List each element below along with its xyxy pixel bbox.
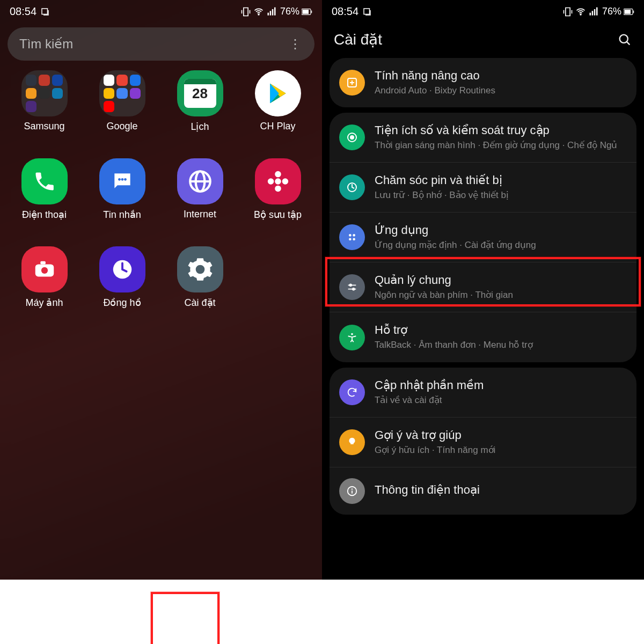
clock-icon <box>99 246 145 292</box>
svg-point-20 <box>41 267 47 274</box>
info-icon <box>339 478 365 504</box>
svg-rect-3 <box>270 11 272 15</box>
app-messages[interactable]: Tin nhắn <box>83 158 161 221</box>
svg-point-41 <box>349 284 352 287</box>
row-subtitle: Ứng dụng mặc định · Cài đặt ứng dụng <box>375 239 536 251</box>
accessibility-icon <box>339 325 365 350</box>
gallery-icon <box>255 158 301 204</box>
row-subtitle: Lưu trữ · Bộ nhớ · Bảo vệ thiết bị <box>375 189 509 201</box>
folder-icon <box>21 70 68 116</box>
row-title: Chăm sóc pin và thiết bị <box>375 173 509 187</box>
row-subtitle: TalkBack · Âm thanh đơn · Menu hỗ trợ <box>375 339 533 351</box>
row-title: Ứng dụng <box>375 223 536 237</box>
app-gallery[interactable]: Bộ sưu tập <box>239 158 317 221</box>
svg-rect-31 <box>633 10 634 13</box>
svg-point-32 <box>620 34 628 42</box>
row-title: Tính năng nâng cao <box>375 69 495 83</box>
svg-point-45 <box>352 488 353 489</box>
image-crop-whitespace <box>0 580 644 644</box>
svg-rect-2 <box>267 12 269 15</box>
row-digital-wellbeing[interactable]: Tiện ích số và kiểm soát truy cập Thời g… <box>330 113 636 162</box>
svg-point-38 <box>353 234 355 237</box>
app-samsung-folder[interactable]: Samsung <box>5 70 83 133</box>
svg-point-40 <box>353 238 355 241</box>
device-care-icon <box>339 174 365 200</box>
home-screen-panel: 08:54 76% Tìm kiếm ⋮ Samsung <box>0 0 322 644</box>
advanced-icon <box>339 70 365 96</box>
row-advanced-features[interactable]: Tính năng nâng cao Android Auto · Bixby … <box>330 58 636 107</box>
app-camera[interactable]: Máy ảnh <box>5 246 83 309</box>
calendar-date: 28 <box>192 85 208 102</box>
row-title: Hỗ trợ <box>375 323 533 337</box>
row-title: Thông tin điện thoại <box>375 483 480 497</box>
camera-icon <box>21 246 68 292</box>
svg-rect-0 <box>42 9 48 14</box>
row-device-care[interactable]: Chăm sóc pin và thiết bị Lưu trữ · Bộ nh… <box>330 162 636 212</box>
svg-point-16 <box>275 186 281 192</box>
app-label: Bộ sưu tập <box>254 209 302 221</box>
settings-group: Tiện ích số và kiểm soát truy cập Thời g… <box>330 113 636 362</box>
screenshot-indicator-icon <box>40 6 50 17</box>
svg-rect-25 <box>589 12 591 15</box>
app-label: Cài đặt <box>184 297 215 309</box>
app-label: Lịch <box>191 121 209 133</box>
svg-point-43 <box>351 333 353 335</box>
settings-panel: 08:54 76% Cài đặt Tính năng <box>322 0 644 644</box>
svg-point-39 <box>349 238 352 241</box>
app-label: Điện thoại <box>22 209 67 221</box>
status-time: 08:54 <box>332 5 358 18</box>
phone-icon <box>21 158 68 204</box>
app-phone[interactable]: Điện thoại <box>5 158 83 221</box>
row-software-update[interactable]: Cập nhật phần mềm Tải về và cài đặt <box>330 368 636 417</box>
row-general-management[interactable]: Quản lý chung Ngôn ngữ và bàn phím · Thờ… <box>330 262 636 312</box>
svg-point-15 <box>275 171 281 178</box>
row-subtitle: Ngôn ngữ và bàn phím · Thời gian <box>375 289 513 301</box>
svg-rect-28 <box>596 7 598 15</box>
search-bar[interactable]: Tìm kiếm ⋮ <box>8 27 314 61</box>
messages-icon <box>99 158 145 204</box>
app-label: Tin nhắn <box>103 209 141 221</box>
row-apps[interactable]: Ứng dụng Ứng dụng mặc định · Cài đặt ứng… <box>330 212 636 262</box>
app-grid: Samsung Google 28 Lịch CH Play <box>0 70 322 309</box>
settings-group: Tính năng nâng cao Android Auto · Bixby … <box>330 58 636 107</box>
vibrate-icon <box>240 6 251 17</box>
battery-icon <box>302 6 312 17</box>
folder-icon <box>99 70 145 116</box>
more-icon[interactable]: ⋮ <box>289 36 303 52</box>
row-about-phone[interactable]: Thông tin điện thoại <box>330 467 636 515</box>
svg-rect-27 <box>594 9 596 16</box>
svg-rect-8 <box>311 10 312 13</box>
signal-icon <box>266 6 277 17</box>
svg-rect-23 <box>364 9 370 14</box>
row-subtitle: Tải về và cài đặt <box>375 394 484 406</box>
svg-point-1 <box>258 14 259 15</box>
wifi-icon <box>253 6 264 17</box>
app-internet[interactable]: Internet <box>161 158 239 221</box>
search-icon[interactable] <box>617 32 632 47</box>
app-settings[interactable]: Cài đặt <box>161 246 239 309</box>
app-google-folder[interactable]: Google <box>83 70 161 133</box>
svg-point-37 <box>349 234 352 237</box>
svg-point-35 <box>350 136 354 139</box>
svg-rect-7 <box>303 10 309 14</box>
status-right: 76% <box>240 6 312 17</box>
app-label: Internet <box>184 209 216 220</box>
app-calendar[interactable]: 28 Lịch <box>161 70 239 133</box>
calendar-icon: 28 <box>177 70 223 116</box>
row-title: Gợi ý và trợ giúp <box>375 428 495 442</box>
svg-rect-5 <box>274 7 276 15</box>
status-right: 76% <box>562 6 634 17</box>
app-clock[interactable]: Đồng hồ <box>83 246 161 309</box>
search-placeholder: Tìm kiếm <box>19 36 73 52</box>
row-accessibility[interactable]: Hỗ trợ TalkBack · Âm thanh đơn · Menu hỗ… <box>330 312 636 362</box>
play-store-icon <box>255 70 301 116</box>
app-label: Google <box>106 121 137 132</box>
row-title: Tiện ích số và kiểm soát truy cập <box>375 123 617 137</box>
app-play-store[interactable]: CH Play <box>239 70 317 133</box>
app-label: Samsung <box>24 121 64 132</box>
app-label: CH Play <box>260 121 295 132</box>
row-tips-help[interactable]: Gợi ý và trợ giúp Gợi ý hữu ích · Tính n… <box>330 417 636 467</box>
status-time: 08:54 <box>10 5 36 18</box>
settings-group: Cập nhật phần mềm Tải về và cài đặt Gợi … <box>330 368 636 515</box>
svg-point-14 <box>275 178 281 185</box>
